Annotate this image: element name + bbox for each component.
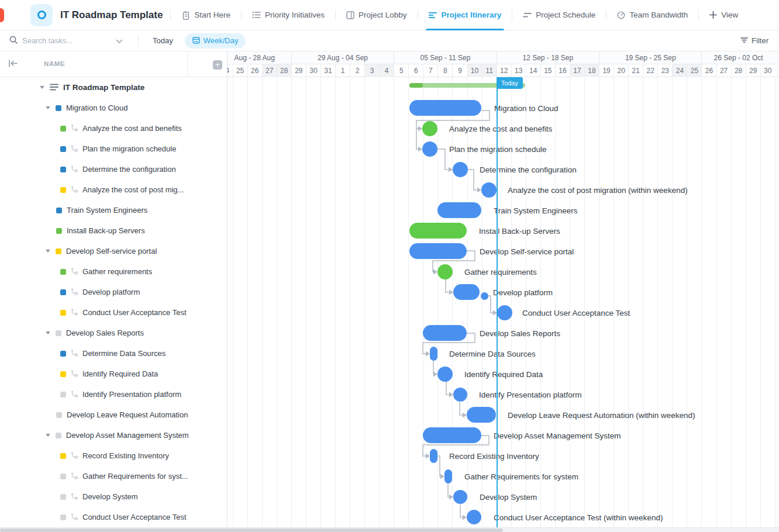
status-square-icon[interactable] bbox=[60, 371, 66, 377]
status-square-icon[interactable] bbox=[60, 310, 66, 316]
tab-project-itinerary[interactable]: Project Itinerary bbox=[420, 0, 511, 30]
task-row-develop-sales-reports[interactable]: Develop Sales Reports bbox=[0, 323, 227, 343]
gantt-bar[interactable] bbox=[422, 121, 437, 136]
task-row-plan-the-migration-schedule[interactable]: Plan the migration schedule bbox=[0, 139, 227, 159]
expand-caret-icon[interactable] bbox=[40, 86, 44, 89]
gantt-bar[interactable] bbox=[453, 490, 467, 504]
task-row-install-back-up-servers[interactable]: Install Back-up Servers bbox=[0, 220, 227, 241]
status-square-icon[interactable] bbox=[56, 105, 61, 111]
task-row-analyze-the-cost-and-benefits[interactable]: Analyze the cost and benefits bbox=[0, 118, 227, 139]
gantt-bar[interactable] bbox=[437, 367, 453, 382]
subtask-icon bbox=[71, 492, 78, 502]
task-row-develop-platform[interactable]: Develop platform bbox=[0, 282, 227, 302]
gantt-bar[interactable] bbox=[467, 510, 481, 524]
day-cell-31: 31 bbox=[320, 64, 335, 77]
expand-caret-icon[interactable] bbox=[46, 106, 50, 109]
status-square-icon[interactable] bbox=[60, 126, 66, 132]
gantt-bar[interactable] bbox=[481, 292, 488, 300]
status-square-icon[interactable] bbox=[56, 228, 62, 234]
day-cell-6: 6 bbox=[408, 64, 423, 77]
tab-label: Team Bandwidth bbox=[629, 11, 688, 19]
status-square-icon[interactable] bbox=[60, 514, 66, 520]
day-grid-line bbox=[570, 77, 570, 527]
tab-start-here[interactable]: Start Here bbox=[173, 0, 239, 30]
task-row-conduct-user-acceptance-test[interactable]: Conduct User Acceptance Test bbox=[0, 302, 227, 323]
status-square-icon[interactable] bbox=[56, 248, 61, 254]
gantt-bar[interactable] bbox=[437, 202, 481, 218]
day-cell-5: 5 bbox=[394, 64, 408, 77]
task-row-develop-leave-request-automation[interactable]: Develop Leave Request Automation bbox=[0, 405, 227, 425]
status-square-icon[interactable] bbox=[56, 412, 62, 418]
task-list-panel: NAME + IT Roadmap TemplateMigration to C… bbox=[0, 51, 228, 527]
gantt-bar[interactable] bbox=[409, 100, 481, 116]
search-input[interactable] bbox=[22, 36, 116, 45]
gantt-bar[interactable] bbox=[481, 182, 497, 198]
gantt-bar-label-identify-required-data: Identify Required Data bbox=[464, 369, 543, 378]
gantt-bar[interactable] bbox=[453, 388, 467, 402]
gantt-bar[interactable] bbox=[453, 162, 468, 177]
tab-view[interactable]: View bbox=[701, 0, 747, 30]
task-row-gather-requirements[interactable]: Gather requirements bbox=[0, 261, 227, 282]
day-grid-line bbox=[408, 77, 409, 527]
task-row-develop-system[interactable]: Develop System bbox=[0, 486, 227, 507]
chevron-down-icon[interactable] bbox=[116, 36, 123, 46]
task-row-determine-the-configuration[interactable]: Determine the configuration bbox=[0, 159, 227, 179]
gantt-bar[interactable] bbox=[453, 284, 480, 300]
tab-project-lobby[interactable]: Project Lobby bbox=[337, 0, 416, 30]
filter-button[interactable]: Filter bbox=[740, 36, 768, 45]
task-row-determine-data-sources[interactable]: Determine Data Sources bbox=[0, 343, 227, 364]
status-square-icon[interactable] bbox=[60, 187, 66, 193]
status-square-icon[interactable] bbox=[60, 269, 66, 275]
status-square-icon[interactable] bbox=[60, 474, 66, 479]
gantt-bar[interactable] bbox=[430, 449, 437, 463]
gantt-bar[interactable] bbox=[430, 347, 437, 361]
tab-project-schedule[interactable]: Project Schedule bbox=[514, 0, 604, 30]
gantt-bar[interactable] bbox=[468, 294, 473, 298]
status-square-icon[interactable] bbox=[60, 494, 66, 500]
task-row-develop-self-service-portal[interactable]: Develop Self-service portal bbox=[0, 241, 227, 261]
task-row-it-roadmap-template[interactable]: IT Roadmap Template bbox=[0, 77, 227, 98]
task-row-gather-requirements-for-syst[interactable]: Gather Requirements for syst... bbox=[0, 466, 227, 486]
horizontal-scrollbar-thumb[interactable] bbox=[0, 528, 503, 532]
gantt-bar[interactable] bbox=[423, 427, 481, 443]
space-logo[interactable] bbox=[30, 4, 53, 26]
task-row-conduct-user-acceptance-test[interactable]: Conduct User Acceptance Test bbox=[0, 507, 227, 527]
task-row-develop-asset-management-system[interactable]: Develop Asset Management System bbox=[0, 425, 227, 445]
status-square-icon[interactable] bbox=[60, 392, 66, 398]
status-square-icon[interactable] bbox=[60, 453, 66, 459]
task-row-train-system-engineers[interactable]: Train System Engineers bbox=[0, 200, 227, 220]
tab-team-bandwidth[interactable]: Team Bandwidth bbox=[608, 0, 697, 30]
task-row-record-existing-inventory[interactable]: Record Existing Inventory bbox=[0, 445, 227, 466]
gantt-bar[interactable] bbox=[423, 325, 467, 341]
gantt-bar[interactable] bbox=[409, 243, 467, 259]
today-button[interactable]: Today bbox=[144, 36, 181, 45]
status-square-icon[interactable] bbox=[56, 433, 61, 438]
gantt-bar[interactable] bbox=[497, 305, 512, 320]
gantt-bar[interactable] bbox=[467, 407, 496, 423]
task-row-identify-presentation-platform[interactable]: Identify Presentation platform bbox=[0, 384, 227, 405]
gantt-bar[interactable] bbox=[422, 141, 437, 157]
tab-priority-initiatives[interactable]: Priority Initiatives bbox=[243, 0, 333, 30]
status-square-icon[interactable] bbox=[56, 330, 61, 336]
expand-caret-icon[interactable] bbox=[46, 250, 50, 253]
status-square-icon[interactable] bbox=[60, 167, 66, 172]
status-square-icon[interactable] bbox=[60, 289, 66, 295]
status-square-icon[interactable] bbox=[60, 351, 66, 357]
gantt-bar-label-develop-self-service-portal: Develop Self-service portal bbox=[480, 247, 574, 255]
zoom-weekday-button[interactable]: Week/Day bbox=[185, 33, 246, 49]
status-square-icon[interactable] bbox=[60, 146, 66, 152]
status-square-icon[interactable] bbox=[56, 208, 62, 213]
gantt-bar[interactable] bbox=[444, 469, 452, 483]
task-row-analyze-the-cost-of-post-mig[interactable]: Analyze the cost of post mig... bbox=[0, 179, 227, 200]
gantt-bar[interactable] bbox=[409, 223, 467, 239]
expand-caret-icon[interactable] bbox=[46, 434, 50, 437]
search-box[interactable] bbox=[9, 36, 132, 46]
column-divider bbox=[187, 51, 188, 77]
add-column-button[interactable]: + bbox=[213, 60, 222, 70]
day-cell-17: 17 bbox=[570, 64, 584, 77]
gantt-bar[interactable] bbox=[437, 264, 453, 279]
task-row-identify-required-data[interactable]: Identify Required Data bbox=[0, 364, 227, 384]
expand-caret-icon[interactable] bbox=[46, 331, 50, 334]
task-row-migration-to-cloud[interactable]: Migration to Cloud bbox=[0, 98, 227, 118]
collapse-panel-icon[interactable] bbox=[8, 59, 18, 70]
